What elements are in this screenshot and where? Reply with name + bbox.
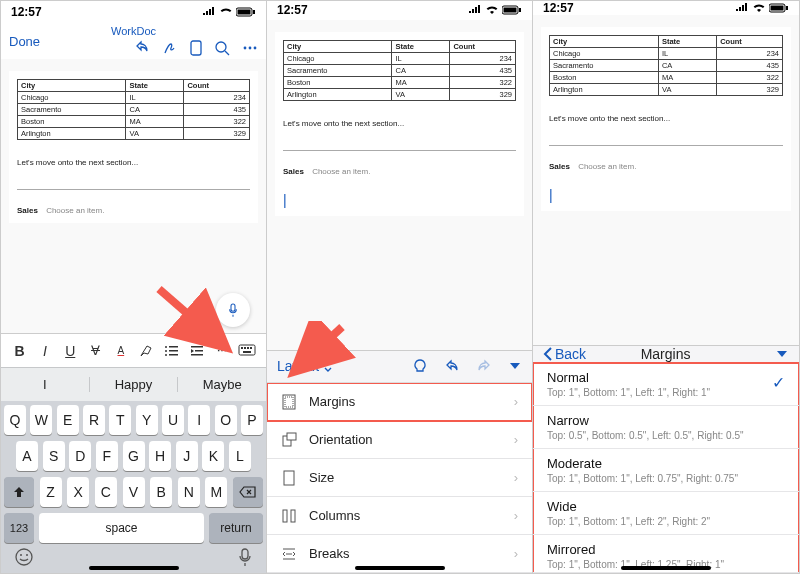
home-indicator[interactable] [89,566,179,570]
key-c[interactable]: C [95,477,117,507]
more-format-button[interactable]: ⋯ [213,342,231,360]
home-indicator[interactable] [621,566,711,570]
svg-rect-20 [247,347,249,349]
sales-row[interactable]: Sales Choose an item. [283,167,516,176]
home-indicator[interactable] [355,566,445,570]
key-r[interactable]: R [83,405,105,435]
collapse-panel-icon[interactable] [508,360,522,372]
layout-item-orientation[interactable]: Orientation › [267,421,532,459]
breaks-icon [281,546,297,562]
key-return[interactable]: return [209,513,263,543]
suggest-2[interactable]: Happy [90,377,179,392]
bold-button[interactable]: B [11,342,29,360]
data-table[interactable]: CityStateCount ChicagoIL234 SacramentoCA… [283,40,516,101]
redo-icon[interactable] [476,358,492,374]
key-n[interactable]: N [178,477,200,507]
key-a[interactable]: A [16,441,38,471]
layout-item-size[interactable]: Size › [267,459,532,497]
bullets-button[interactable] [162,342,180,360]
svg-rect-17 [239,345,255,355]
key-123[interactable]: 123 [4,513,34,543]
key-h[interactable]: H [149,441,171,471]
margin-option-narrow[interactable]: Narrow Top: 0.5", Bottom: 0.5", Left: 0.… [533,406,799,449]
svg-point-25 [26,554,28,556]
document-body[interactable]: CityStateCount ChicagoIL234 SacramentoCA… [267,20,532,350]
document-body[interactable]: CityStateCount ChicagoIL234 SacramentoCA… [533,15,799,345]
layout-item-label: Margins [309,394,355,409]
keyboard-toggle[interactable] [238,342,256,360]
key-v[interactable]: V [123,477,145,507]
key-s[interactable]: S [43,441,65,471]
svg-rect-21 [250,347,252,349]
layout-tab-label: Layout [277,358,319,374]
data-table[interactable]: CityStateCount ChicagoIL234 SacramentoCA… [549,35,783,96]
key-p[interactable]: P [241,405,263,435]
svg-rect-30 [285,397,293,407]
key-q[interactable]: Q [4,405,26,435]
chevron-updown-icon [323,360,333,372]
margin-desc: Top: 1", Bottom: 1", Left: 2", Right: 2" [547,516,785,527]
key-o[interactable]: O [215,405,237,435]
emoji-button[interactable] [14,547,34,567]
svg-point-6 [249,47,252,50]
key-j[interactable]: J [176,441,198,471]
sales-row[interactable]: Sales Choose an item. [17,206,250,215]
collapse-panel-button[interactable] [775,348,789,360]
key-w[interactable]: W [30,405,52,435]
doc-title: WorkDoc [1,25,266,37]
font-color-button[interactable]: A [112,342,130,360]
lightbulb-icon[interactable] [412,358,428,374]
key-d[interactable]: D [69,441,91,471]
layout-item-label: Size [309,470,334,485]
italic-button[interactable]: I [36,342,54,360]
svg-rect-19 [244,347,246,349]
draw-icon[interactable] [162,40,178,56]
key-y[interactable]: Y [136,405,158,435]
key-e[interactable]: E [57,405,79,435]
status-icons [202,7,256,17]
layout-tab[interactable]: Layout [277,358,333,374]
suggest-1[interactable]: I [1,377,90,392]
search-icon[interactable] [214,40,230,56]
strike-button[interactable]: ∀ [87,342,105,360]
status-time: 12:57 [543,1,574,15]
margin-option-wide[interactable]: Wide Top: 1", Bottom: 1", Left: 2", Righ… [533,492,799,535]
layout-item-columns[interactable]: Columns › [267,497,532,535]
more-icon[interactable] [242,40,258,56]
body-text: Let's move onto the next section... [283,119,516,128]
underline-button[interactable]: U [61,342,79,360]
suggest-3[interactable]: Maybe [178,377,266,392]
status-icons [468,5,522,15]
key-x[interactable]: X [67,477,89,507]
key-i[interactable]: I [188,405,210,435]
document-body[interactable]: CityStateCount ChicagoIL234 SacramentoCA… [1,59,266,333]
mobile-view-icon[interactable] [190,40,202,56]
mic-key[interactable] [237,547,253,567]
key-shift[interactable] [4,477,34,507]
key-t[interactable]: T [109,405,131,435]
svg-point-24 [20,554,22,556]
key-backspace[interactable] [233,477,263,507]
key-b[interactable]: B [150,477,172,507]
sales-label: Sales [17,206,38,215]
highlight-button[interactable] [137,342,155,360]
undo-icon[interactable] [134,40,150,56]
data-table[interactable]: CityStateCount ChicagoIL234 SacramentoCA… [17,79,250,140]
key-z[interactable]: Z [40,477,62,507]
key-m[interactable]: M [205,477,227,507]
key-u[interactable]: U [162,405,184,435]
dictate-button[interactable] [216,293,250,327]
layout-item-margins[interactable]: Margins › [267,383,532,421]
key-k[interactable]: K [202,441,224,471]
key-space[interactable]: space [39,513,204,543]
indent-button[interactable] [188,342,206,360]
key-l[interactable]: L [229,441,251,471]
margin-option-normal[interactable]: Normal Top: 1", Bottom: 1", Left: 1", Ri… [533,363,799,406]
sales-row[interactable]: Sales Choose an item. [549,162,783,171]
key-f[interactable]: F [96,441,118,471]
key-g[interactable]: G [123,441,145,471]
svg-rect-32 [287,433,296,440]
checkmark-icon: ✓ [772,373,785,392]
undo-icon[interactable] [444,358,460,374]
margin-option-moderate[interactable]: Moderate Top: 1", Bottom: 1", Left: 0.75… [533,449,799,492]
